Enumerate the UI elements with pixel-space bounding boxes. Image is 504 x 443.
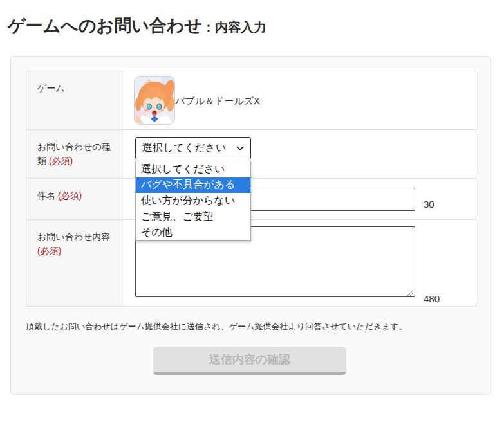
- inquiry-type-label: お問い合わせの種類 (必須): [26, 130, 123, 178]
- game-name: バブル＆ドールズX: [175, 95, 260, 107]
- form-row-subject: 件名 (必須) 30: [26, 179, 476, 220]
- inquiry-type-dropdown: 選択してください バグや不具合がある 使い方が分からない ご意見、ご要望 その他: [135, 161, 251, 241]
- form-row-content: お問い合わせ内容 (必須) 480: [26, 220, 476, 306]
- subject-label: 件名 (必須): [26, 179, 123, 219]
- game-avatar: [134, 76, 175, 125]
- content-label: お問い合わせ内容 (必須): [26, 220, 123, 306]
- page: { "page": { "title_main": "ゲームへのお問い合わせ",…: [0, 0, 504, 443]
- forwarding-note: 頂戴したお問い合わせはゲーム提供会社に送信され、ゲーム提供会社より回答させていた…: [26, 321, 407, 332]
- inquiry-form-table: ゲーム: [26, 71, 476, 307]
- subject-char-limit: 30: [424, 199, 434, 210]
- form-row-inquiry-type: お問い合わせの種類 (必須) 選択してください: [26, 130, 476, 179]
- game-character-avatar-icon: [135, 77, 174, 124]
- game-label: ゲーム: [26, 71, 123, 129]
- inquiry-type-required-badge: (必須): [49, 156, 73, 166]
- dropdown-option[interactable]: 選択してください: [136, 161, 250, 177]
- game-value-cell: バブル＆ドールズX: [123, 71, 476, 129]
- page-title-main: ゲームへのお問い合わせ: [8, 16, 202, 35]
- inquiry-type-selected-value: 選択してください: [142, 141, 226, 155]
- chevron-down-icon: [236, 146, 244, 151]
- confirm-submit-button[interactable]: 送信内容の確認: [153, 347, 346, 375]
- inquiry-type-select[interactable]: 選択してください: [135, 137, 251, 159]
- dropdown-option[interactable]: バグや不具合がある: [136, 177, 250, 194]
- inquiry-form-panel: ゲーム: [10, 56, 491, 395]
- dropdown-option[interactable]: その他: [136, 224, 250, 240]
- page-title-separator: ：: [202, 20, 215, 34]
- dropdown-option[interactable]: ご意見、ご要望: [136, 209, 250, 225]
- page-title-sub: 内容入力: [215, 20, 266, 34]
- content-required-badge: (必須): [37, 246, 61, 256]
- form-row-game: ゲーム: [26, 71, 476, 130]
- subject-required-badge: (必須): [58, 190, 82, 201]
- page-title: ゲームへのお問い合わせ：内容入力: [8, 15, 266, 37]
- content-char-limit: 480: [424, 293, 440, 304]
- dropdown-option[interactable]: 使い方が分からない: [136, 193, 250, 209]
